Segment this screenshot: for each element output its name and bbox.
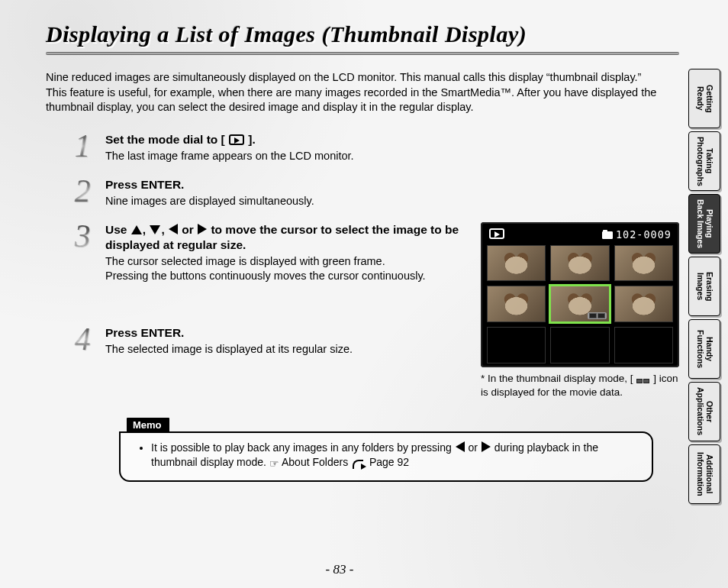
step-4-desc: The selected image is displayed at its r… [105, 342, 467, 357]
movie-badge-icon [588, 312, 607, 319]
step-number: 2 [69, 177, 96, 208]
memo-label: Memo [127, 418, 169, 432]
arrow-right-icon [482, 441, 491, 452]
lcd-counter: 102-0009 [602, 228, 672, 241]
memo-box: Memo It is possible to play back any ima… [119, 418, 653, 482]
step-2: 2 Press ENTER. Nine images are displayed… [69, 177, 679, 208]
step-number: 4 [69, 325, 96, 357]
memo-seg: About Folders [279, 456, 351, 468]
thumbnail [487, 286, 546, 322]
thumbnail [614, 286, 673, 322]
step-4: 4 Press ENTER. The selected image is dis… [69, 325, 467, 357]
thumbnail-empty [614, 327, 673, 363]
step-1-desc: The last image frame appears on the LCD … [105, 149, 679, 163]
step-number: 1 [69, 132, 96, 163]
arrow-left-icon [169, 224, 178, 234]
thumbnail-grid [487, 245, 673, 363]
thumbnail [550, 245, 609, 282]
section-tabs: Getting ReadyTaking PhotographsPlaying B… [688, 69, 720, 504]
section-tab[interactable]: Getting Ready [688, 69, 720, 128]
section-tab-label: Taking Photographs [695, 137, 713, 186]
section-tab-label: Erasing Images [695, 272, 713, 302]
title-rule [46, 52, 679, 55]
step-3-title-seg: Use [105, 223, 130, 236]
intro-text: Nine reduced images are simultaneously d… [46, 70, 679, 115]
section-tab-label: Handy Functions [695, 330, 713, 368]
section-tab-label: Other Applications [695, 387, 713, 435]
section-tab[interactable]: Taking Photographs [688, 131, 720, 191]
lcd-note-seg: * In the thumbnail display mode, [ [481, 373, 636, 384]
step-number: 3 [69, 222, 96, 283]
section-tab-label: Getting Ready [695, 85, 713, 113]
lcd-illustration: 102-0009 [481, 222, 679, 367]
memo-seg: It is possible to play back any images i… [151, 441, 455, 454]
playback-mode-icon [229, 134, 244, 145]
arrow-right-icon [198, 224, 207, 234]
thumbnail-empty [487, 327, 546, 363]
section-tab-label: Additional Information [695, 452, 713, 496]
movie-icon [636, 379, 649, 383]
step-3-title: Use , , or to move the cursor to select … [105, 222, 467, 253]
page-ref-icon [353, 458, 365, 467]
lcd-note: * In the thumbnail display mode, [ ] ico… [481, 372, 679, 399]
thumbnail-selected [550, 286, 609, 322]
thumbnail-empty [550, 327, 609, 363]
memo-item: It is possible to play back any images i… [151, 441, 638, 471]
step-3-title-seg: or [179, 223, 197, 236]
pointer-icon: ☞ [269, 457, 279, 471]
step-1: 1 Set the mode dial to [ ]. The last ima… [69, 132, 679, 163]
step-3-title-seg: , [161, 223, 168, 236]
thumbnail [487, 245, 546, 282]
step-3-desc: The cursor selected image is displayed w… [105, 254, 467, 283]
step-1-title-post: ]. [248, 133, 255, 146]
section-tab[interactable]: Erasing Images [688, 257, 720, 316]
step-2-desc: Nine images are displayed simultaneously… [105, 194, 679, 208]
section-tab[interactable]: Other Applications [688, 382, 720, 441]
playback-mode-icon [489, 228, 504, 239]
memo-seg: Page 92 [366, 456, 409, 468]
lcd-counter-text: 102-0009 [616, 228, 672, 241]
step-3: 3 Use , , or to move the cursor to selec… [69, 222, 467, 283]
arrow-up-icon [131, 225, 142, 234]
step-2-title: Press ENTER. [105, 177, 679, 192]
page-title: Displaying a List of Images (Thumbnail D… [46, 21, 679, 52]
section-tab[interactable]: Additional Information [688, 444, 720, 504]
step-3-title-seg: , [143, 223, 150, 236]
page-number: - 83 - [0, 562, 679, 577]
section-tab-label: Playing Back Images [695, 199, 713, 248]
step-1-title-pre: Set the mode dial to [ [105, 133, 225, 146]
section-tab[interactable]: Handy Functions [688, 319, 720, 379]
step-4-title: Press ENTER. [105, 325, 467, 341]
section-tab[interactable]: Playing Back Images [688, 194, 720, 254]
arrow-left-icon [456, 441, 465, 452]
thumbnail [614, 245, 673, 282]
folder-icon [602, 231, 613, 239]
arrow-down-icon [150, 225, 160, 234]
memo-seg: or [465, 441, 481, 454]
step-1-title: Set the mode dial to [ ]. [105, 132, 679, 147]
